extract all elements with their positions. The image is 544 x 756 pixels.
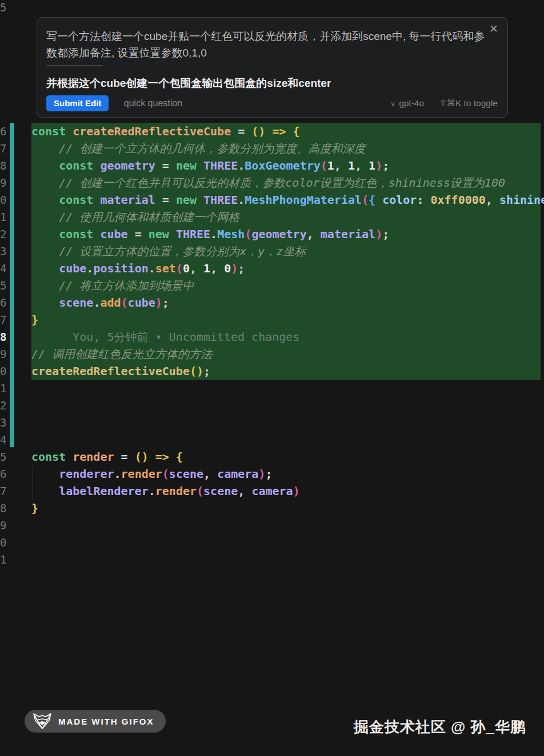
code-line[interactable]: // 创建一个红色并且可以反光的材质，参数color设置为红色，shinines… [31,174,505,191]
code-token: ( [321,159,327,172]
code-line[interactable]: const geometry = new THREE.BoxGeometry(1… [31,157,389,174]
code-token: 1 [369,159,375,172]
code-line[interactable]: // 设置立方体的位置，参数分别为x，y，z坐标 [31,243,306,260]
code-token: You, 5分钟前 • Uncommitted changes [31,330,299,344]
line-number[interactable]: 4 [0,260,9,277]
line-number[interactable]: 2 [0,397,9,414]
line-number[interactable]: 0 [0,191,9,208]
code-token: // 创建一个红色并且可以反光的材质，参数color设置为红色，shinines… [59,176,505,190]
code-token [31,227,59,241]
code-line[interactable]: createRedReflectiveCube(); [31,363,210,380]
code-line[interactable]: // 调用创建红色反光立方体的方法 [31,345,212,363]
code-token: cube [59,262,86,275]
line-number[interactable]: 6 [0,294,9,311]
line-number[interactable]: 5 [0,0,9,16]
code-token [31,467,59,481]
line-number[interactable]: 5 [0,448,9,465]
line-number[interactable]: 7 [0,482,9,500]
code-token: shinine [499,193,544,207]
line-number[interactable]: 6 [0,123,9,140]
code-token: Mesh [217,227,245,241]
code-token [31,193,59,207]
line-number[interactable]: 7 [0,311,9,328]
code-token: , [307,227,321,241]
line-number[interactable]: 7 [0,140,9,157]
code-token: 0 [183,262,190,275]
code-token: . [210,227,217,241]
code-token: camera [217,467,258,481]
line-number[interactable]: 8 [0,328,9,345]
code-token: : [417,193,430,207]
code-line[interactable]: scene.add(cube); [31,294,169,311]
code-token: render [73,450,114,464]
code-token: . [149,262,155,275]
chat-action-row: Submit Edit quick question ∨gpt-4o ⇧⌘K t… [46,95,499,111]
line-number[interactable]: 1 [0,208,9,226]
line-number[interactable]: 9 [0,174,9,191]
code-token: const [59,227,100,241]
line-number[interactable]: 8 [0,500,9,517]
line-number[interactable]: 4 [0,431,9,448]
line-number[interactable]: 1 [0,551,9,568]
code-line[interactable]: renderer.render(scene, camera); [31,465,273,482]
line-number[interactable]: 3 [0,414,9,431]
quick-question-button[interactable]: quick question [124,95,182,111]
code-token: () => { [135,450,183,464]
code-token: material [100,193,155,207]
submit-edit-button[interactable]: Submit Edit [46,95,109,111]
code-token: } [31,501,38,515]
line-number[interactable]: 9 [0,345,9,363]
code-token: ( [245,227,251,241]
code-token: = [114,450,135,464]
code-token: material [321,227,375,241]
code-token [375,193,382,207]
code-token: = [155,193,176,207]
code-token: . [86,262,93,275]
code-line[interactable]: } [31,311,38,328]
code-token: . [238,159,245,172]
code-token: ; [238,262,245,275]
chat-right-group: ∨gpt-4o ⇧⌘K to toggle [390,95,498,111]
code-token: . [149,484,155,498]
code-token: ; [382,159,389,172]
code-token: () => { [251,124,299,138]
code-token: { [369,193,375,207]
code-token: cube [100,227,127,241]
line-number[interactable]: 2 [0,226,9,243]
code-token: render [155,484,197,498]
model-selector[interactable]: ∨gpt-4o [390,95,424,112]
line-number[interactable]: 9 [0,517,9,534]
code-token: . [238,193,245,207]
code-line[interactable]: cube.position.set(0, 1, 0); [31,260,245,277]
code-line[interactable]: } [31,500,38,517]
code-line[interactable]: // 使用几何体和材质创建一个网格 [31,208,239,226]
community-watermark: 掘金技术社区 @ 孙_华鹏 [183,717,526,737]
prompt-divider [46,65,102,66]
code-token: // 将立方体添加到场景中 [59,279,194,292]
previous-prompt-text: 写一个方法创建一个cube并贴一个红色可以反光的材质，并添加到scene中, 每… [46,28,492,61]
code-token: THREE [176,227,210,241]
code-line[interactable]: // 将立方体添加到场景中 [31,277,194,294]
code-line[interactable]: const render = () => { [31,448,183,465]
code-token: const [31,450,73,464]
line-number[interactable]: 0 [0,534,9,551]
code-token: ( [176,262,183,275]
code-line[interactable]: const material = new THREE.MeshPhongMate… [31,191,544,208]
line-number[interactable]: 5 [0,277,9,294]
code-token: ; [265,467,272,481]
code-line[interactable]: You, 5分钟前 • Uncommitted changes [31,328,299,345]
line-number[interactable]: 8 [0,157,9,174]
code-line[interactable]: // 创建一个立方体的几何体，参数分别为宽度、高度和深度 [31,140,365,157]
code-token: cube [128,296,155,309]
code-line[interactable]: const cube = new THREE.Mesh(geometry, ma… [31,226,389,243]
code-token: scene [203,484,238,498]
code-token: geometry [100,159,155,172]
code-line[interactable]: const createRedReflectiveCube = () => { [31,123,300,140]
code-token: renderer [59,467,114,481]
line-number[interactable]: 3 [0,243,9,260]
code-token: color [382,193,417,207]
line-number[interactable]: 1 [0,380,9,397]
line-number[interactable]: 6 [0,465,9,482]
code-line[interactable]: labelRenderer.render(scene, camera) [31,482,300,500]
line-number[interactable]: 0 [0,363,9,380]
